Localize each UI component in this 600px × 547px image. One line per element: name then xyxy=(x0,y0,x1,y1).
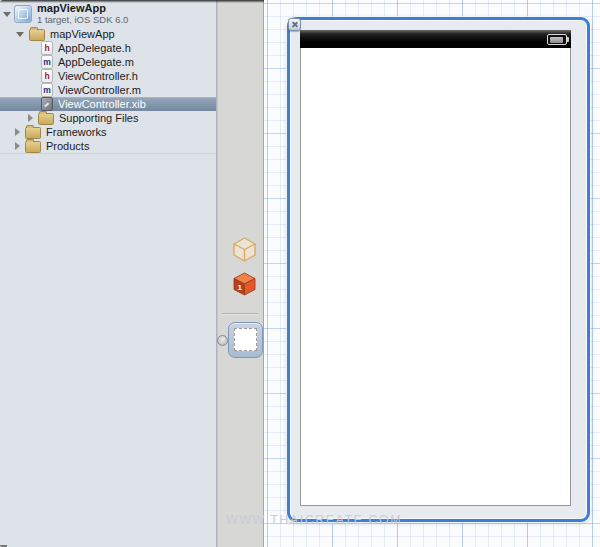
header-file-icon: h xyxy=(41,69,53,83)
disclosure-right-icon[interactable] xyxy=(28,114,33,122)
view-object-tile[interactable] xyxy=(228,322,263,358)
ib-objects-dock: 1 xyxy=(217,0,264,547)
folder-icon xyxy=(29,29,45,41)
folder-icon xyxy=(38,113,54,125)
view-editor-window[interactable] xyxy=(287,17,590,522)
xcode-window: mapViewApp 1 target, iOS SDK 6.0 mapView… xyxy=(0,0,600,547)
disclosure-down-icon[interactable] xyxy=(3,12,11,17)
disclosure-down-icon[interactable] xyxy=(16,32,24,37)
navigator-group-frameworks[interactable]: Frameworks xyxy=(0,125,216,139)
navigator-group-products[interactable]: Products xyxy=(0,139,216,153)
battery-icon xyxy=(547,34,567,45)
disclosure-right-icon[interactable] xyxy=(15,128,20,136)
view-connection-knob[interactable] xyxy=(217,335,228,346)
dock-divider xyxy=(222,313,258,314)
files-owner-icon[interactable] xyxy=(231,236,258,263)
iphone-view[interactable] xyxy=(300,30,571,506)
project-navigator: mapViewApp 1 target, iOS SDK 6.0 mapView… xyxy=(0,0,217,547)
xib-file-icon xyxy=(41,97,53,111)
header-file-icon: h xyxy=(41,41,53,55)
view-object-icon xyxy=(234,328,257,351)
impl-file-icon: m xyxy=(41,55,53,69)
root-view[interactable] xyxy=(300,48,571,506)
navigator-file-appdelegate-m[interactable]: m AppDelegate.m xyxy=(0,55,216,69)
folder-icon xyxy=(25,141,41,153)
first-responder-icon[interactable]: 1 xyxy=(231,270,258,297)
navigator-file-viewcontroller-m[interactable]: m ViewController.m xyxy=(0,83,216,97)
svg-text:1: 1 xyxy=(238,283,243,292)
navigator-group-supporting-files[interactable]: Supporting Files xyxy=(0,111,216,125)
xcode-project-icon xyxy=(14,5,32,23)
navigator-file-viewcontroller-xib[interactable]: ViewController.xib xyxy=(0,97,216,111)
navigator-file-appdelegate-h[interactable]: h AppDelegate.h xyxy=(0,41,216,55)
impl-file-icon: m xyxy=(41,83,53,97)
navigator-list: mapViewApp h AppDelegate.h m AppDelegate… xyxy=(0,27,216,154)
status-bar xyxy=(300,30,571,48)
folder-icon xyxy=(25,127,41,139)
navigator-group-mapviewapp[interactable]: mapViewApp xyxy=(0,27,216,41)
project-row[interactable]: mapViewApp 1 target, iOS SDK 6.0 xyxy=(0,1,216,27)
disclosure-right-icon[interactable] xyxy=(15,142,20,150)
ib-canvas[interactable] xyxy=(264,0,600,547)
project-subtitle: 1 target, iOS SDK 6.0 xyxy=(37,15,128,25)
navigator-file-viewcontroller-h[interactable]: h ViewController.h xyxy=(0,69,216,83)
